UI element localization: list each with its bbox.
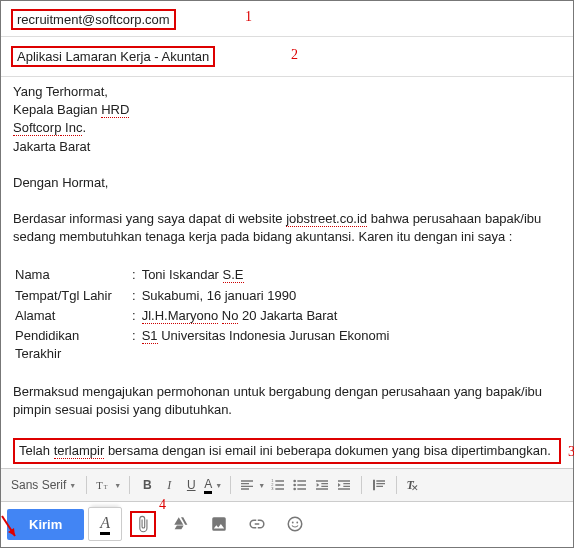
numbered-list-button[interactable]: 123 bbox=[267, 474, 289, 496]
svg-text:T: T bbox=[97, 480, 104, 491]
recipient-title: Kepala Bagian HRD bbox=[13, 101, 561, 119]
remove-formatting-button[interactable]: T✕ bbox=[403, 474, 425, 496]
annotation-box-4 bbox=[130, 511, 156, 537]
svg-text:T: T bbox=[104, 484, 108, 490]
font-family-select[interactable]: Sans Serif▼ bbox=[7, 478, 80, 492]
quote-button[interactable] bbox=[368, 474, 390, 496]
formatting-toolbar: Sans Serif▼ TT▼ B I U A▼ ▼ 123 bbox=[1, 468, 573, 502]
annotation-number-2: 2 bbox=[291, 47, 298, 63]
subject-field-row[interactable]: Aplikasi Lamaran Kerja - Akuntan 2 bbox=[1, 37, 573, 77]
annotation-number-3: 3 bbox=[568, 442, 574, 462]
insert-emoji-button[interactable] bbox=[278, 507, 312, 541]
annotation-number-1: 1 bbox=[245, 9, 252, 25]
city-line: Jakarta Barat bbox=[13, 138, 561, 156]
email-body[interactable]: Yang Terhormat, Kepala Bagian HRD Softco… bbox=[1, 77, 573, 510]
compose-window: recruitment@softcorp.com 1 Aplikasi Lama… bbox=[0, 0, 574, 548]
to-field-row[interactable]: recruitment@softcorp.com 1 bbox=[1, 1, 573, 37]
salutation-line: Yang Terhormat, bbox=[13, 83, 561, 101]
annotation-arrow-icon bbox=[0, 514, 20, 544]
align-button[interactable]: ▼ bbox=[237, 474, 267, 496]
paragraph-2: Bermaksud mengajukan permohonan untuk be… bbox=[13, 383, 561, 419]
paragraph-1: Berdasar informasi yang saya dapat di we… bbox=[13, 210, 561, 246]
text-color-button[interactable]: A▼ bbox=[202, 474, 224, 496]
applicant-info-table: Nama:Toni Iskandar S.E Tempat/Tgl Lahir:… bbox=[13, 264, 395, 365]
recipient-chip[interactable]: recruitment@softcorp.com bbox=[17, 12, 170, 27]
indent-less-button[interactable] bbox=[311, 474, 333, 496]
insert-photo-button[interactable] bbox=[202, 507, 236, 541]
svg-point-5 bbox=[294, 480, 297, 483]
attach-file-button[interactable] bbox=[126, 507, 160, 541]
insert-drive-button[interactable] bbox=[164, 507, 198, 541]
annotation-box-1: recruitment@softcorp.com bbox=[11, 9, 176, 30]
indent-more-button[interactable] bbox=[333, 474, 355, 496]
svg-point-7 bbox=[294, 488, 297, 491]
bullet-list-button[interactable] bbox=[289, 474, 311, 496]
svg-point-10 bbox=[297, 522, 299, 524]
italic-button[interactable]: I bbox=[158, 474, 180, 496]
send-bar: Kirim A bbox=[7, 507, 567, 541]
svg-point-6 bbox=[294, 484, 297, 487]
bold-button[interactable]: B bbox=[136, 474, 158, 496]
annotation-box-2: Aplikasi Lamaran Kerja - Akuntan bbox=[11, 46, 215, 67]
underline-button[interactable]: U bbox=[180, 474, 202, 496]
annotation-number-4: 4 bbox=[159, 497, 166, 513]
greeting: Dengan Hormat, bbox=[13, 174, 561, 192]
company-line: Softcorp Inc. bbox=[13, 119, 561, 137]
svg-point-8 bbox=[288, 517, 302, 531]
svg-text:3: 3 bbox=[272, 486, 275, 491]
insert-link-button[interactable] bbox=[240, 507, 274, 541]
formatting-toggle-button[interactable]: A bbox=[88, 507, 122, 541]
svg-point-9 bbox=[292, 522, 294, 524]
subject-text[interactable]: Aplikasi Lamaran Kerja - Akuntan bbox=[17, 49, 209, 64]
font-size-button[interactable]: TT▼ bbox=[93, 474, 123, 496]
annotation-box-3: Telah terlampir bersama dengan isi email… bbox=[13, 438, 561, 464]
